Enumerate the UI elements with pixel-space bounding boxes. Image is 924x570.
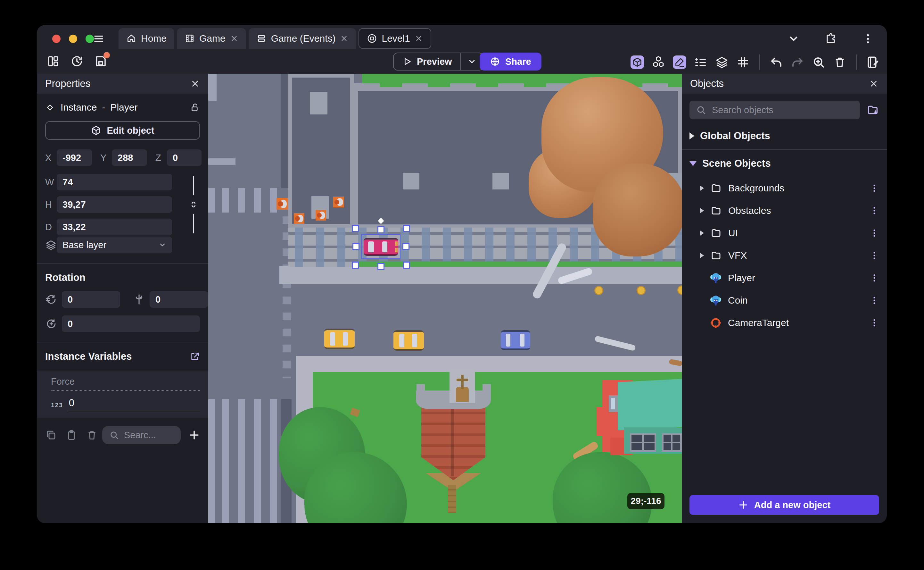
close-tab-icon[interactable] [340, 34, 348, 43]
tab-game-events[interactable]: Game (Events) [249, 28, 356, 49]
folder-icon [710, 205, 722, 216]
cone-obstacle[interactable] [294, 213, 304, 224]
layer-select[interactable]: Base layer [57, 237, 172, 253]
coin[interactable] [637, 286, 646, 295]
copy-icon[interactable] [45, 429, 57, 441]
kebab-menu-icon[interactable] [862, 33, 874, 45]
extensions-puzzle-icon[interactable] [825, 33, 837, 45]
close-panel-icon[interactable] [869, 79, 878, 89]
coin[interactable] [677, 285, 682, 295]
add-folder-icon[interactable] [866, 104, 879, 116]
folder-row-vfx[interactable]: VFX [682, 244, 887, 267]
yellow-car[interactable] [324, 329, 355, 349]
trash-icon[interactable] [86, 429, 98, 441]
close-window-button[interactable] [52, 35, 61, 43]
folder-row-obstacles[interactable]: Obstacles [682, 199, 887, 222]
resize-handle[interactable] [403, 262, 410, 269]
close-tab-icon[interactable] [230, 34, 238, 43]
depth-field[interactable] [57, 219, 172, 235]
variable-value-field[interactable]: 0 [69, 397, 200, 411]
minimize-window-button[interactable] [69, 35, 77, 43]
tab-home[interactable]: Home [119, 28, 174, 49]
resize-handle[interactable] [352, 262, 359, 269]
autumn-tree[interactable] [593, 164, 682, 256]
variable-name[interactable]: Force [51, 376, 200, 391]
height-field[interactable] [57, 196, 172, 213]
kebab-menu-icon[interactable] [869, 318, 879, 328]
object-row-player[interactable]: Player [682, 267, 887, 289]
resize-handle[interactable] [377, 263, 385, 270]
cone-obstacle[interactable] [276, 198, 288, 210]
tab-game[interactable]: Game [177, 28, 246, 49]
close-tab-icon[interactable] [415, 34, 423, 43]
dashboard-icon[interactable] [46, 55, 60, 68]
kebab-menu-icon[interactable] [869, 296, 879, 305]
objects-search[interactable] [689, 101, 860, 119]
objects-search-input[interactable] [712, 105, 808, 115]
preview-button[interactable]: Preview [394, 57, 460, 67]
cube-3d-mode-icon[interactable] [631, 55, 644, 69]
resize-handle[interactable] [403, 225, 410, 232]
chevron-down-icon[interactable] [788, 33, 800, 45]
close-panel-icon[interactable] [190, 79, 200, 89]
object-row-cameratarget[interactable]: CameraTarget [682, 312, 887, 334]
save-icon[interactable] [94, 55, 107, 68]
rotation-x-field[interactable] [62, 291, 120, 308]
share-button[interactable]: Share [480, 52, 541, 70]
zoom-in-icon[interactable] [812, 55, 825, 69]
yellow-car[interactable] [393, 330, 424, 351]
resize-handle[interactable] [352, 225, 359, 232]
tab-level1[interactable]: Level1 [359, 28, 431, 49]
rotation-y-field[interactable] [150, 291, 208, 308]
folder-row-ui[interactable]: UI [682, 222, 887, 244]
player-car-selected[interactable] [363, 238, 398, 256]
crosswalk-stripe [208, 399, 215, 523]
hamburger-menu-icon[interactable] [93, 33, 104, 44]
width-field[interactable] [57, 174, 172, 190]
kebab-menu-icon[interactable] [869, 251, 879, 260]
object-row-coin[interactable]: Coin [682, 289, 887, 312]
objects-cubes-icon[interactable] [652, 55, 665, 69]
variables-search-input[interactable] [124, 430, 166, 440]
add-variable-button[interactable] [188, 429, 200, 441]
coin[interactable] [594, 286, 603, 295]
paste-clipboard-icon[interactable] [66, 429, 77, 441]
cone-obstacle[interactable] [333, 196, 344, 207]
edit-object-button[interactable]: Edit object [45, 121, 200, 140]
history-icon[interactable] [70, 55, 84, 68]
redo-icon[interactable] [791, 55, 804, 69]
resize-handle[interactable] [402, 243, 409, 250]
unlock-icon[interactable] [190, 102, 200, 112]
undo-icon[interactable] [770, 55, 783, 69]
building-roof[interactable] [288, 74, 354, 228]
add-new-object-button[interactable]: Add a new object [689, 495, 879, 515]
instances-list-icon[interactable] [694, 55, 707, 69]
layers-icon[interactable] [715, 55, 729, 69]
link-dimensions-toggle[interactable] [190, 176, 197, 233]
grid-icon[interactable] [736, 55, 750, 69]
y-field[interactable] [112, 149, 147, 166]
selection-box[interactable] [361, 234, 400, 259]
scene-canvas[interactable]: 29;-116 [208, 74, 682, 523]
kebab-menu-icon[interactable] [869, 228, 879, 238]
cone-obstacle[interactable] [316, 210, 326, 221]
kebab-menu-icon[interactable] [869, 183, 879, 193]
house[interactable] [602, 377, 682, 457]
target-icon [710, 317, 721, 329]
trash-icon[interactable] [833, 55, 846, 69]
events-sheet-icon[interactable] [866, 55, 880, 69]
resize-handle[interactable] [377, 226, 385, 233]
z-field[interactable] [167, 149, 202, 166]
pencil-edit-icon[interactable] [673, 55, 686, 69]
rotation-z-field[interactable] [62, 316, 200, 332]
resize-handle[interactable] [353, 243, 359, 250]
blue-car[interactable] [501, 330, 530, 350]
scene-objects-group[interactable]: Scene Objects [682, 150, 887, 177]
folder-row-backgrounds[interactable]: Backgrounds [682, 177, 887, 199]
open-variables-icon[interactable] [190, 351, 200, 362]
x-field[interactable] [57, 149, 92, 166]
variables-search[interactable] [102, 426, 181, 444]
global-objects-group[interactable]: Global Objects [682, 123, 887, 149]
kebab-menu-icon[interactable] [869, 206, 879, 215]
kebab-menu-icon[interactable] [869, 273, 879, 283]
